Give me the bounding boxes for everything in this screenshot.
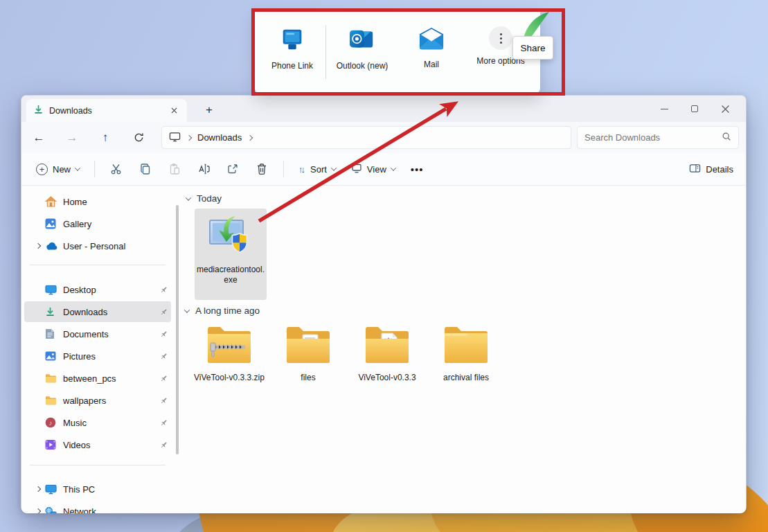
folder-icon	[45, 373, 63, 383]
network-icon	[45, 506, 63, 514]
ellipsis-icon: •••	[411, 163, 424, 175]
copy-button[interactable]	[132, 158, 159, 180]
tab-bar: Downloads +	[21, 96, 746, 122]
back-button[interactable]: ←	[28, 127, 49, 148]
sidebar-item-label: This PC	[63, 484, 171, 495]
file-mediacreationtool-exe[interactable]: mediacreationtool.exe	[195, 209, 267, 300]
cut-button[interactable]	[103, 158, 130, 180]
file-explorer-window: Downloads + ← → ↑	[21, 95, 747, 513]
up-button[interactable]: ↑	[95, 127, 116, 148]
search-icon[interactable]	[722, 132, 731, 143]
pin-icon	[156, 285, 171, 294]
sidebar-scrollbar[interactable]	[176, 205, 179, 454]
expand-chevron-icon[interactable]	[35, 243, 41, 249]
tab-title: Downloads	[49, 106, 162, 116]
file-label: ViVeTool-v0.3.3.zip	[194, 373, 265, 383]
sidebar-item-network[interactable]: Network	[24, 501, 171, 513]
pin-icon	[156, 352, 171, 361]
new-button-label: New	[53, 164, 71, 175]
home-icon	[45, 196, 63, 207]
sidebar-item-wallpapers[interactable]: wallpapers	[24, 390, 171, 411]
file-list: Today	[181, 186, 746, 513]
folder-vivetool[interactable]: ViVeTool-v0.3.3	[349, 323, 425, 383]
sidebar-divider	[30, 265, 166, 265]
rename-button[interactable]	[190, 158, 217, 180]
folder-archival-files[interactable]: archival files	[428, 323, 504, 383]
downloads-tab-icon	[33, 105, 44, 117]
pin-icon	[156, 330, 171, 339]
delete-button[interactable]	[249, 158, 275, 180]
share-tooltip-label: Share	[520, 43, 545, 53]
pictures-icon	[45, 351, 63, 362]
tab-downloads[interactable]: Downloads	[26, 99, 187, 122]
folder-with-app-icon	[363, 323, 411, 369]
documents-icon	[45, 328, 63, 339]
sidebar-item-label: Music	[63, 418, 156, 428]
sidebar-item-label: User - Personal	[63, 241, 171, 251]
close-button[interactable]	[710, 98, 740, 119]
details-button-label: Details	[706, 164, 733, 175]
sidebar-item-downloads[interactable]: Downloads	[24, 301, 171, 322]
sidebar-item-videos[interactable]: Videos	[24, 434, 171, 455]
sidebar-item-between-pcs[interactable]: between_pcs	[24, 368, 171, 389]
sidebar-item-desktop[interactable]: Desktop	[24, 279, 171, 300]
expand-chevron-icon[interactable]	[35, 486, 41, 492]
videos-icon	[45, 439, 63, 450]
pin-icon	[156, 374, 171, 383]
view-button[interactable]: View	[345, 159, 402, 179]
refresh-button[interactable]	[128, 127, 149, 148]
section-header-label: A long time ago	[195, 305, 260, 316]
sidebar-item-onedrive-personal[interactable]: User - Personal	[24, 236, 171, 256]
gallery-icon	[45, 218, 63, 229]
this-pc-icon	[169, 132, 181, 144]
collapse-chevron-icon[interactable]	[186, 195, 191, 200]
maximize-button[interactable]	[679, 98, 710, 119]
folder-icon	[45, 396, 63, 405]
sidebar-item-label: between_pcs	[63, 373, 156, 384]
view-icon	[351, 163, 362, 175]
details-button[interactable]: Details	[689, 163, 733, 175]
more-options-button[interactable]: •••	[404, 159, 430, 179]
expand-chevron-icon[interactable]	[35, 508, 41, 513]
section-header-today[interactable]: Today	[186, 193, 222, 204]
sidebar-item-this-pc[interactable]: This PC	[24, 479, 171, 499]
share-button[interactable]	[220, 158, 246, 180]
sidebar-divider	[30, 465, 166, 466]
desktop-icon	[45, 285, 63, 295]
onedrive-icon	[45, 242, 63, 250]
breadcrumb-chevron-icon[interactable]	[247, 134, 253, 140]
folder-files[interactable]: files	[270, 323, 346, 383]
plus-icon: +	[36, 163, 48, 175]
tab-close-icon[interactable]	[168, 105, 180, 117]
collapse-chevron-icon[interactable]	[184, 307, 190, 312]
forward-button[interactable]: →	[62, 127, 82, 148]
navigation-pane: Home Gallery User - Personal	[21, 186, 181, 513]
sidebar-item-label: Pictures	[63, 351, 156, 362]
downloads-icon	[45, 307, 63, 317]
section-header-a-long-time-ago[interactable]: A long time ago	[185, 305, 260, 316]
sort-icon: ↑↓	[298, 164, 305, 175]
pin-icon	[156, 418, 171, 427]
command-toolbar: + New ↑↓	[21, 153, 746, 186]
sort-button[interactable]: ↑↓ Sort	[292, 160, 342, 179]
sidebar-item-gallery[interactable]: Gallery	[24, 213, 171, 234]
address-row: ← → ↑ Downloads	[21, 122, 746, 153]
search-box[interactable]	[577, 126, 739, 149]
new-tab-button[interactable]: +	[200, 101, 218, 119]
file-label: ViVeTool-v0.3.3	[358, 373, 416, 383]
paste-button[interactable]	[161, 158, 188, 180]
sidebar-item-label: Network	[63, 506, 171, 514]
sidebar-item-documents[interactable]: Documents	[24, 323, 171, 344]
new-button[interactable]: + New	[30, 159, 86, 179]
search-input[interactable]	[584, 132, 722, 143]
breadcrumb-downloads[interactable]: Downloads	[197, 132, 242, 143]
sort-button-label: Sort	[310, 164, 327, 175]
sidebar-item-label: Videos	[63, 440, 156, 450]
sidebar-item-label: Home	[63, 197, 171, 207]
sidebar-item-pictures[interactable]: Pictures	[24, 346, 171, 366]
file-vivetool-zip[interactable]: ViVeTool-v0.3.3.zip	[191, 323, 267, 383]
sidebar-item-music[interactable]: ♪ Music	[24, 412, 171, 433]
sidebar-item-home[interactable]: Home	[24, 191, 171, 212]
address-bar[interactable]: Downloads	[161, 126, 571, 149]
minimize-button[interactable]	[649, 98, 679, 119]
